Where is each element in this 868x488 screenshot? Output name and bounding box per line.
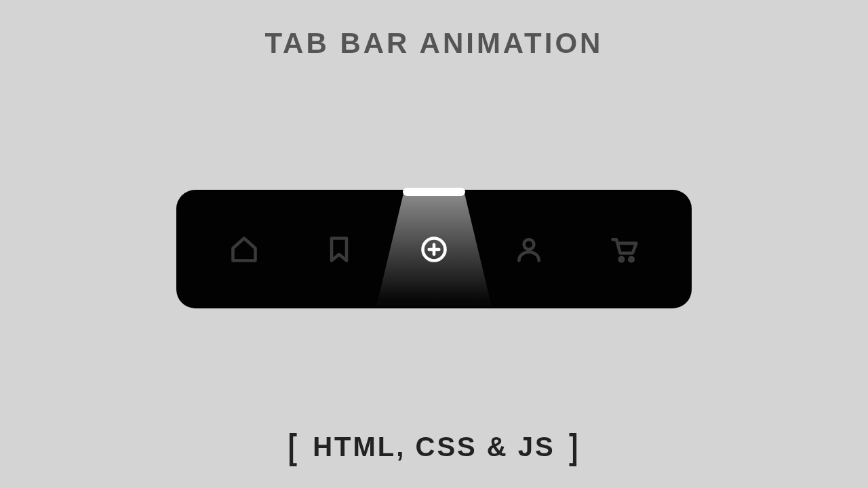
active-indicator (403, 188, 465, 196)
page-title: TAB BAR ANIMATION (0, 27, 868, 60)
tab-item-home[interactable] (197, 190, 292, 308)
tab-item-bookmark[interactable] (292, 190, 387, 308)
subtitle-text: HTML, CSS & JS (313, 432, 555, 462)
svg-point-4 (620, 257, 624, 261)
tab-item-cart[interactable] (576, 190, 671, 308)
bookmark-icon (324, 235, 354, 264)
subtitle: [ HTML, CSS & JS ] (0, 432, 868, 462)
user-icon (514, 235, 544, 264)
svg-point-5 (629, 257, 633, 261)
subtitle-open-bracket: [ (284, 427, 303, 467)
tab-bar (176, 190, 692, 308)
add-circle-icon (419, 235, 449, 264)
tab-item-add[interactable] (387, 190, 481, 308)
cart-icon (609, 235, 639, 264)
subtitle-close-bracket: ] (565, 427, 584, 467)
svg-point-3 (524, 239, 534, 249)
home-icon (229, 235, 259, 264)
tab-item-profile[interactable] (481, 190, 576, 308)
